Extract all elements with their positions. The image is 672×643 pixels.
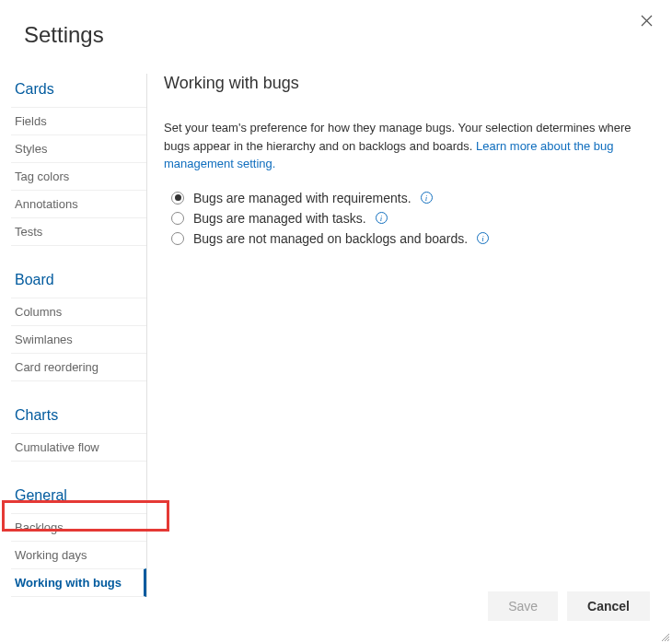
save-button[interactable]: Save [488, 591, 558, 621]
sidebar-item-working-days[interactable]: Working days [11, 541, 146, 568]
radio-label: Bugs are managed with requirements. [193, 191, 411, 205]
close-icon[interactable] [635, 9, 657, 31]
sidebar-item-backlogs[interactable]: Backlogs [11, 513, 146, 541]
radio-row-requirements[interactable]: Bugs are managed with requirements. i [164, 188, 650, 208]
panel-description: Set your team's preference for how they … [164, 119, 650, 173]
sidebar-item-fields[interactable]: Fields [11, 107, 146, 134]
info-icon[interactable]: i [477, 232, 489, 244]
sidebar-section-cards: Cards [11, 74, 146, 107]
sidebar-section-board: Board [11, 264, 146, 298]
info-icon[interactable]: i [421, 192, 433, 204]
radio-row-tasks[interactable]: Bugs are managed with tasks. i [164, 208, 650, 228]
radio-label: Bugs are managed with tasks. [193, 211, 366, 226]
radio-input[interactable] [171, 232, 184, 245]
sidebar-item-swimlanes[interactable]: Swimlanes [11, 325, 146, 353]
resize-grip-icon[interactable] [659, 630, 670, 641]
bug-options-radio-group: Bugs are managed with requirements. i Bu… [164, 188, 650, 249]
sidebar-item-card-reordering[interactable]: Card reordering [11, 353, 146, 381]
radio-label: Bugs are not managed on backlogs and boa… [193, 231, 468, 246]
sidebar-item-tag-colors[interactable]: Tag colors [11, 162, 146, 190]
sidebar-section-charts: Charts [11, 400, 146, 433]
page-title: Settings [0, 0, 672, 48]
settings-sidebar: Cards Fields Styles Tag colors Annotatio… [0, 74, 147, 597]
sidebar-item-columns[interactable]: Columns [11, 298, 146, 325]
sidebar-item-tests[interactable]: Tests [11, 217, 146, 246]
sidebar-item-styles[interactable]: Styles [11, 134, 146, 162]
dialog-footer: Save Cancel [488, 591, 650, 621]
radio-input[interactable] [171, 192, 184, 205]
sidebar-item-annotations[interactable]: Annotations [11, 190, 146, 217]
panel-title: Working with bugs [164, 74, 650, 93]
main-panel: Working with bugs Set your team's prefer… [147, 74, 672, 597]
info-icon[interactable]: i [376, 212, 388, 224]
cancel-button[interactable]: Cancel [567, 591, 650, 621]
radio-input[interactable] [171, 212, 184, 225]
sidebar-item-working-with-bugs[interactable]: Working with bugs [11, 568, 146, 597]
sidebar-item-cumulative-flow[interactable]: Cumulative flow [11, 433, 146, 462]
radio-row-none[interactable]: Bugs are not managed on backlogs and boa… [164, 228, 650, 249]
sidebar-section-general: General [11, 480, 146, 513]
